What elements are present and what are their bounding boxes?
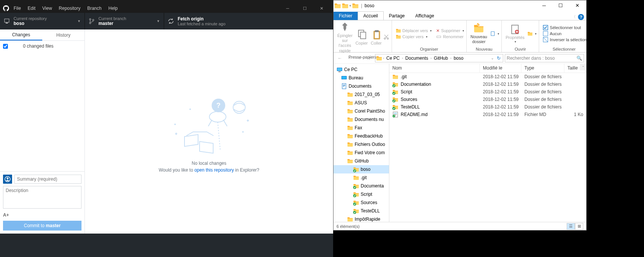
col-modified[interactable]: Modifié le: [480, 64, 521, 73]
commit-button[interactable]: Commit to master: [3, 221, 81, 231]
open-button[interactable]: ▾: [527, 31, 536, 36]
empty-subtitle: Would you like to open this repository i…: [159, 167, 260, 173]
maximize-button[interactable]: ☐: [296, 4, 313, 13]
tree-node[interactable]: Documents: [334, 82, 389, 90]
dropdown-icon[interactable]: ⌄: [491, 56, 495, 60]
delete-button[interactable]: ✕Supprimer▾: [436, 28, 464, 33]
invert-selection-button[interactable]: Inverser la sélection: [543, 37, 587, 42]
file-row[interactable]: Sources2018-12-02 11:59Dossier de fichie…: [389, 96, 586, 103]
refresh-icon[interactable]: ↻: [495, 56, 502, 61]
breadcrumb-segment[interactable]: Ce PC: [385, 56, 401, 61]
breadcrumb-segment[interactable]: Documents: [404, 56, 430, 61]
tree-node[interactable]: GitHub: [334, 157, 389, 165]
menu-help[interactable]: Help: [108, 6, 118, 11]
close-button[interactable]: ✕: [313, 4, 330, 13]
tree-node[interactable]: Corel PaintSho: [334, 107, 389, 115]
minimize-button[interactable]: ─: [536, 0, 552, 11]
icons-view-button[interactable]: ⊞: [575, 223, 583, 230]
repo-selector[interactable]: Current repositoryboso ▼: [0, 13, 85, 29]
tree-node[interactable]: ASUS: [334, 99, 389, 107]
tree-node[interactable]: Script: [334, 190, 389, 198]
tree-node[interactable]: TesteDLL: [334, 207, 389, 215]
desktop-icon: [341, 75, 347, 81]
recent-button[interactable]: ▾: [355, 54, 364, 62]
scroll-up-icon[interactable]: ⌃: [580, 64, 586, 70]
select-all-button[interactable]: Sélectionner tout: [543, 25, 587, 30]
tree-node[interactable]: 2017_03_05: [334, 90, 389, 99]
file-row[interactable]: Documentation2018-12-02 11:59Dossier de …: [389, 81, 586, 88]
new-item-button[interactable]: ▾: [490, 31, 499, 36]
close-button[interactable]: ✕: [569, 0, 586, 11]
tab-home[interactable]: Accueil: [358, 11, 384, 20]
menu-edit[interactable]: Edit: [28, 6, 35, 11]
tree-node[interactable]: Ce PC: [334, 65, 389, 74]
forward-button[interactable]: →: [346, 54, 354, 62]
minimize-button[interactable]: ─: [279, 4, 296, 13]
tree-node[interactable]: FeedbackHub: [334, 132, 389, 140]
breadcrumb-segment[interactable]: boso: [452, 56, 465, 61]
col-type[interactable]: Type: [521, 64, 564, 73]
tree-node[interactable]: Fichiers Outloo: [334, 140, 389, 149]
tree-node[interactable]: Sources: [334, 198, 389, 207]
copy-button[interactable]: Copier: [354, 29, 369, 46]
maximize-button[interactable]: ☐: [552, 0, 569, 11]
pin-button[interactable]: Épingler sur l'accès rapide: [336, 21, 354, 54]
paste-button[interactable]: Coller: [369, 29, 383, 46]
description-input[interactable]: [3, 186, 81, 209]
help-icon[interactable]: ?: [578, 14, 584, 20]
tree-node[interactable]: Documenta: [334, 182, 389, 190]
tree-node[interactable]: Documents nu: [334, 115, 389, 124]
chevron-right-icon[interactable]: ›: [382, 56, 385, 60]
tab-changes[interactable]: Changes: [0, 29, 42, 40]
tab-file[interactable]: Fichier: [334, 12, 358, 20]
chevron-right-icon[interactable]: ›: [449, 56, 452, 60]
file-row[interactable]: TesteDLL2018-12-02 11:59Dossier de fichi…: [389, 103, 586, 111]
menu-repository[interactable]: Repository: [59, 6, 80, 11]
add-coauthor-button[interactable]: A+: [3, 212, 81, 218]
tree-node[interactable]: Bureau: [334, 74, 389, 82]
breadcrumb-segment[interactable]: GitHub: [432, 56, 449, 61]
tree-node[interactable]: Fax: [334, 124, 389, 132]
move-to-button[interactable]: Déplacer vers▾: [396, 28, 432, 33]
tree-node[interactable]: boso: [334, 165, 389, 173]
up-button[interactable]: ↑: [365, 54, 373, 62]
file-modified: 2018-12-02 11:59: [480, 89, 521, 94]
tree-node[interactable]: ImpôtRapide: [334, 215, 389, 222]
file-row[interactable]: .git2018-12-02 11:59Dossier de fichiers: [389, 73, 586, 81]
nav-tree[interactable]: Ce PCBureauDocuments2017_03_05ASUSCorel …: [334, 64, 389, 222]
select-all-checkbox[interactable]: [3, 44, 8, 49]
branch-selector[interactable]: Current branchmaster ▼: [85, 13, 164, 29]
tab-view[interactable]: Affichage: [410, 12, 440, 20]
scissors-icon[interactable]: [383, 34, 389, 40]
select-none-button[interactable]: Aucun: [543, 31, 587, 36]
file-row[interactable]: README.md2018-12-02 11:59Fichier MD1 Ko: [389, 111, 586, 118]
fetch-button[interactable]: Fetch originLast fetched a minute ago: [164, 13, 333, 29]
chevron-right-icon[interactable]: ›: [430, 56, 432, 60]
menu-file[interactable]: File: [14, 6, 21, 11]
tree-node[interactable]: Fwd Votre com: [334, 149, 389, 157]
tab-history[interactable]: History: [42, 29, 85, 40]
properties-button[interactable]: Propriétés▾: [504, 23, 526, 45]
tab-share[interactable]: Partage: [384, 12, 410, 20]
collapse-ribbon-icon[interactable]: 〈: [572, 14, 576, 20]
open-repo-link[interactable]: open this repository: [194, 167, 234, 173]
empty-state-illustration: ?: [164, 90, 254, 155]
back-button[interactable]: ←: [336, 54, 344, 62]
title-bar[interactable]: ▾ | boso ─ ☐ ✕: [334, 0, 586, 11]
menu-branch[interactable]: Branch: [87, 6, 101, 11]
summary-input[interactable]: [14, 175, 81, 184]
details-view-button[interactable]: ☰: [567, 223, 575, 230]
copy-to-button[interactable]: Copier vers▾: [396, 34, 432, 39]
folder-icon[interactable]: [342, 2, 349, 9]
tree-node[interactable]: .git: [334, 173, 389, 182]
search-input[interactable]: Rechercher dans : boso 🔍: [505, 54, 584, 62]
pc-icon: [337, 67, 343, 73]
new-folder-button[interactable]: Nouveau dossier: [469, 22, 489, 45]
column-headers: Nom Modifié le Type Taille: [389, 64, 586, 73]
menu-view[interactable]: View: [42, 6, 52, 11]
file-row[interactable]: Script2018-12-02 11:59Dossier de fichier…: [389, 88, 586, 96]
chevron-right-icon[interactable]: ›: [401, 56, 404, 60]
col-name[interactable]: Nom: [389, 64, 480, 73]
address-bar[interactable]: › Ce PC › Documents › GitHub › boso ⌄ ↻: [375, 54, 503, 62]
rename-button[interactable]: Renommer: [436, 34, 464, 39]
